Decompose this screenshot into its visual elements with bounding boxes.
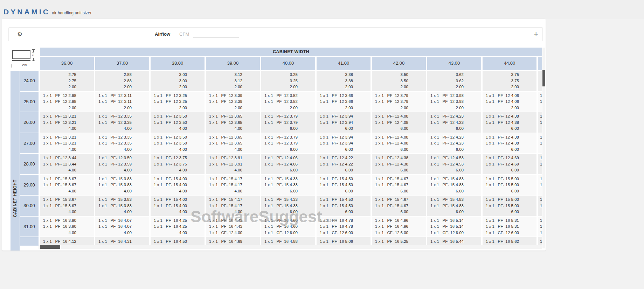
horizontal-scrollbar-thumb[interactable] <box>40 245 60 249</box>
sizing-value: 4.38 <box>511 120 519 125</box>
sizing-value: 3.83 <box>124 197 132 202</box>
fan-config-label: 1 x 1 PF- 12 <box>43 135 67 139</box>
sizing-value: 3.52 <box>290 93 298 98</box>
fan-config-label: 1 x 1 PF- 16 <box>320 218 344 223</box>
table-cell: 1 x 1 PF- 154.671 x 1 PF- 154.676.00 <box>372 196 426 216</box>
horizontal-scrollbar-track[interactable] <box>39 245 542 249</box>
sizing-value: 3.94 <box>345 135 353 139</box>
fan-config-label: 1 x 1 PF- 16 <box>43 224 67 228</box>
table-cell: 1 x 1 PF- 123.791 x 1 PF- 123.792.00 <box>372 92 426 112</box>
sizing-value: 4.00 <box>69 231 76 235</box>
sizing-value: 4.00 <box>179 126 187 131</box>
table-cell: 1 x 1 PF- 165.311 x 1 PF- 165.311 x 1 CF… <box>483 217 536 237</box>
fan-config-label: 1 x 1 PF- 16 <box>154 224 178 228</box>
sizing-value: 4.33 <box>290 204 298 208</box>
sizing-value: 5.14 <box>456 218 464 223</box>
sizing-value: 4.12 <box>69 239 76 244</box>
table-cell: 1 x 1 PF- 164.601 x 1 PF- 164.601 x 1 CF… <box>261 217 315 237</box>
row-header: 26.00 <box>20 112 39 133</box>
fan-config-label: 1 x 1 PF- 15 <box>430 183 455 187</box>
sizing-value: 3.52 <box>290 99 298 104</box>
sizing-value: 3.79 <box>401 93 408 98</box>
sizing-value: 4.43 <box>235 218 242 223</box>
column-header: 43.00 <box>427 57 481 70</box>
table-cell: 1 x 1 PF- 123.351 x 1 PF- 123.354.00 <box>95 133 149 154</box>
table-cell: 3.253.252.00 <box>261 71 315 91</box>
table-cell: 1 x 1 PF- 124.231 x 1 PF- 124.236.00 <box>427 112 481 133</box>
fan-config-label: 1 x 1 PF- 12 <box>98 93 123 98</box>
fan-config-label: 1 x 1 PF- 16 <box>154 239 178 244</box>
table-cell: 3.503.502.00 <box>372 71 426 91</box>
sizing-value: 3.91 <box>235 156 242 160</box>
sizing-value: 2.00 <box>69 85 76 89</box>
table-row: 28.001 x 1 PF- 123.441 x 1 PF- 123.444.0… <box>20 154 542 174</box>
sizing-value: 3.50 <box>179 114 187 118</box>
airflow-label: Airflow <box>155 31 170 37</box>
table-cell-clipped: 1 x 1 <box>538 237 542 246</box>
sizing-value: 6.00 <box>345 126 353 131</box>
table-cell: 1 x 1 PF- 124.381 x 1 PF- 124.386.00 <box>483 112 536 133</box>
table-cell-clipped: 1 x 11 x 1 <box>538 154 542 174</box>
top-header: DYNAMIC air handling unit sizer <box>0 0 644 19</box>
sizing-value: 4.43 <box>235 224 242 228</box>
fan-config-label: 1 x 1 PF- 12 <box>209 135 233 139</box>
sizing-value: 2.75 <box>69 72 76 77</box>
settings-gear-icon[interactable]: ⚙ <box>17 31 22 37</box>
sizing-value: 4.22 <box>345 162 353 166</box>
sizing-value: 6.00 <box>511 147 519 151</box>
sizing-value: 3.79 <box>290 135 298 139</box>
sizing-value: 6.00 <box>401 168 408 172</box>
table-cell: 1 x 1 PF- 123.941 x 1 PF- 123.946.00 <box>317 112 371 133</box>
vertical-scrollbar-thumb[interactable] <box>542 70 545 86</box>
brand-subtitle: air handling unit sizer <box>52 10 91 15</box>
add-button[interactable]: + <box>534 30 538 38</box>
fan-config-label: 1 x 1 PF- 16 <box>209 224 233 228</box>
fan-config-label: 1 x 1 PF- 12 <box>209 162 233 166</box>
fan-config-label: 1 x 1 PF- 15 <box>375 197 399 202</box>
sizing-value: 4.06 <box>511 93 519 98</box>
fan-config-label: 1 x 1 PF- 15 <box>375 177 399 181</box>
fan-config-label: 1 x 1 PF- 15 <box>375 183 399 187</box>
sizing-value: 4.69 <box>511 162 519 166</box>
sizing-value: 6.00 <box>401 126 408 131</box>
fan-config-label: 1 x 1 PF- 12 <box>375 162 399 166</box>
sizing-value: 4.23 <box>456 135 464 139</box>
sizing-value: 4.08 <box>401 114 408 118</box>
sizing-value: 4.69 <box>235 239 242 244</box>
fan-config-label: 1 x 1 PF- 16 <box>486 224 510 228</box>
table-cell: 1 x 1 PF- 164.12 <box>40 237 94 246</box>
fan-config-label: 1 x 1 PF- 15 <box>98 204 123 208</box>
sizing-value: 4.78 <box>345 218 353 223</box>
fan-config-label: 1 x 1 PF- 16 <box>209 239 233 244</box>
fan-config-label: 1 x 1 PF- 12 <box>320 93 344 98</box>
fan-config-label: 1 x 1 PF- 12 <box>320 99 344 104</box>
table-row: 1 x 1 PF- 164.121 x 1 PF- 164.311 x 1 PF… <box>20 237 542 246</box>
fan-config-label: 1 x 1 PF- 15 <box>264 177 289 181</box>
fan-config-label: 1 x 1 PF- 12 <box>430 135 455 139</box>
table-cell: 1 x 1 PF- 123.211 x 1 PF- 123.214.00 <box>40 112 94 133</box>
sizing-value: 5.00 <box>511 204 519 208</box>
sizing-value: 4.17 <box>235 204 242 208</box>
table-cell: 1 x 1 PF- 122.981 x 1 PF- 122.982.00 <box>40 92 94 112</box>
fan-config-label: 1 x 1 PF- 16 <box>98 224 123 228</box>
table-cell: 3.623.622.00 <box>427 71 481 91</box>
sizing-value: 3.59 <box>124 156 132 160</box>
fan-config-label: 1 x 1 PF- 15 <box>430 197 455 202</box>
sizing-value: 3.21 <box>69 141 76 145</box>
sizing-value: 6.00 <box>290 231 298 235</box>
fan-config-label: 1 x 1 PF- 12 <box>154 141 178 145</box>
table-row: 30.001 x 1 PF- 153.671 x 1 PF- 153.674.0… <box>20 196 542 216</box>
fan-config-label: 1 x 1 PF- 12 <box>154 93 178 98</box>
fan-config-label: 1 x 1 PF- 16 <box>264 218 289 223</box>
fan-config-label: 1 x 1 PF- 12 <box>209 141 233 145</box>
airflow-cfm-input[interactable] <box>193 31 239 38</box>
sizing-value: 4.60 <box>290 218 298 223</box>
fan-config-label: 1 x 1 PF- 15 <box>154 204 178 208</box>
table-cell: 1 x 1 PF- 124.081 x 1 PF- 124.086.00 <box>372 133 426 154</box>
diagram-line <box>33 49 34 52</box>
sizing-value: 3.67 <box>69 177 76 181</box>
fan-config-label: 1 x 1 PF- 15 <box>98 177 123 181</box>
fan-config-label: 1 x 1 PF- 12 <box>264 162 289 166</box>
fan-config-label: 1 x 1 PF- 15 <box>264 197 289 202</box>
table-cell: 1 x 1 PF- 123.521 x 1 PF- 123.522.00 <box>261 92 315 112</box>
